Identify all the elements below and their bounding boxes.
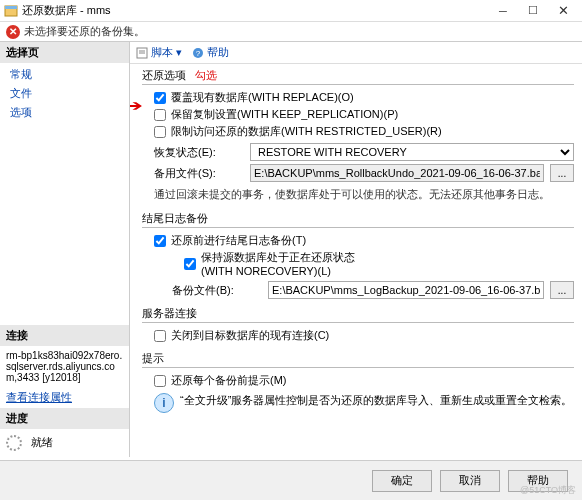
prompt-section: 提示 还原每个备份前提示(M) i “全文升级”服务器属性控制是否为还原的数据库… — [142, 351, 574, 417]
info-text: “全文升级”服务器属性控制是否为还原的数据库导入、重新生成或重置全文检索。 — [180, 393, 572, 408]
error-bar: ✕ 未选择要还原的备份集。 — [0, 22, 582, 42]
chk-close-connections[interactable]: 关闭到目标数据库的现有连接(C) — [142, 327, 574, 344]
spinner-icon — [6, 435, 22, 451]
sidebar-item-options[interactable]: 选项 — [0, 103, 129, 122]
taillog-section: 结尾日志备份 还原前进行结尾日志备份(T) 保持源数据库处于正在还原状态 (WI… — [142, 211, 574, 299]
recovery-state-label: 恢复状态(E): — [154, 145, 244, 160]
recovery-state-select[interactable]: RESTORE WITH RECOVERY — [250, 143, 574, 161]
standby-file-label: 备用文件(S): — [154, 166, 244, 181]
titlebar: 还原数据库 - mms ─ ☐ ✕ — [0, 0, 582, 22]
view-connection-link[interactable]: 查看连接属性 — [0, 387, 129, 408]
svg-rect-1 — [5, 6, 17, 9]
app-icon — [4, 4, 18, 18]
sidebar: 选择页 常规 文件 选项 连接 rm-bp1ks83hai092x78ero.s… — [0, 42, 130, 457]
minimize-button[interactable]: ─ — [488, 0, 518, 22]
help-button[interactable]: ? 帮助 — [192, 45, 229, 60]
chk-keep-replication[interactable]: 保留复制设置(WITH KEEP_REPLICATION)(P) — [142, 106, 574, 123]
sidebar-item-files[interactable]: 文件 — [0, 84, 129, 103]
close-button[interactable]: ✕ — [548, 0, 578, 22]
standby-file-input[interactable] — [250, 164, 544, 182]
restore-options-header: 还原选项 — [142, 69, 186, 81]
recovery-desc: 通过回滚未提交的事务，使数据库处于可以使用的状态。无法还原其他事务日志。 — [142, 185, 574, 204]
ok-button[interactable]: 确定 — [372, 470, 432, 492]
taillog-header: 结尾日志备份 — [142, 211, 574, 228]
chk-prompt-each[interactable]: 还原每个备份前提示(M) — [142, 372, 574, 389]
connection-info: rm-bp1ks83hai092x78ero.sqlserver.rds.ali… — [0, 346, 129, 387]
info-icon: i — [154, 393, 174, 413]
progress-text: 就绪 — [31, 436, 53, 448]
taillog-backup-label: 备份文件(B): — [172, 283, 262, 298]
restore-options-section: 还原选项 勾选 覆盖现有数据库(WITH REPLACE)(O) 保留复制设置(… — [142, 68, 574, 204]
cancel-button[interactable]: 取消 — [440, 470, 500, 492]
window-title: 还原数据库 - mms — [22, 3, 488, 18]
button-bar: 确定 取消 帮助 — [0, 460, 582, 500]
watermark: @51CTO博客 — [520, 484, 576, 497]
maximize-button[interactable]: ☐ — [518, 0, 548, 22]
chk-restricted-user[interactable]: 限制访问还原的数据库(WITH RESTRICTED_USER)(R) — [142, 123, 574, 140]
svg-text:?: ? — [196, 49, 201, 58]
chk-replace[interactable]: 覆盖现有数据库(WITH REPLACE)(O) — [142, 89, 574, 106]
sidebar-item-general[interactable]: 常规 — [0, 65, 129, 84]
arrow-annotation: ➔ — [130, 96, 142, 115]
help-icon: ? — [192, 47, 204, 59]
prompt-header: 提示 — [142, 351, 574, 368]
serverconn-header: 服务器连接 — [142, 306, 574, 323]
chk-norecovery[interactable]: 保持源数据库处于正在还原状态 (WITH NORECOVERY)(L) — [172, 249, 574, 278]
select-page-header: 选择页 — [0, 42, 129, 63]
serverconn-section: 服务器连接 关闭到目标数据库的现有连接(C) — [142, 306, 574, 344]
check-annotation: 勾选 — [195, 69, 217, 81]
error-icon: ✕ — [6, 25, 20, 39]
taillog-browse-button[interactable]: ... — [550, 281, 574, 299]
script-icon — [136, 47, 148, 59]
toolbar: 脚本 ▾ ? 帮助 — [130, 42, 582, 64]
script-button[interactable]: 脚本 ▾ — [136, 45, 182, 60]
content-panel: 脚本 ▾ ? 帮助 ➔ 还原选项 勾选 覆盖现有数据库(WITH REPLACE… — [130, 42, 582, 457]
connection-header: 连接 — [0, 325, 129, 346]
error-text: 未选择要还原的备份集。 — [24, 24, 145, 39]
progress-header: 进度 — [0, 408, 129, 429]
taillog-backup-input[interactable] — [268, 281, 544, 299]
standby-browse-button[interactable]: ... — [550, 164, 574, 182]
chk-taillog-before[interactable]: 还原前进行结尾日志备份(T) — [142, 232, 574, 249]
